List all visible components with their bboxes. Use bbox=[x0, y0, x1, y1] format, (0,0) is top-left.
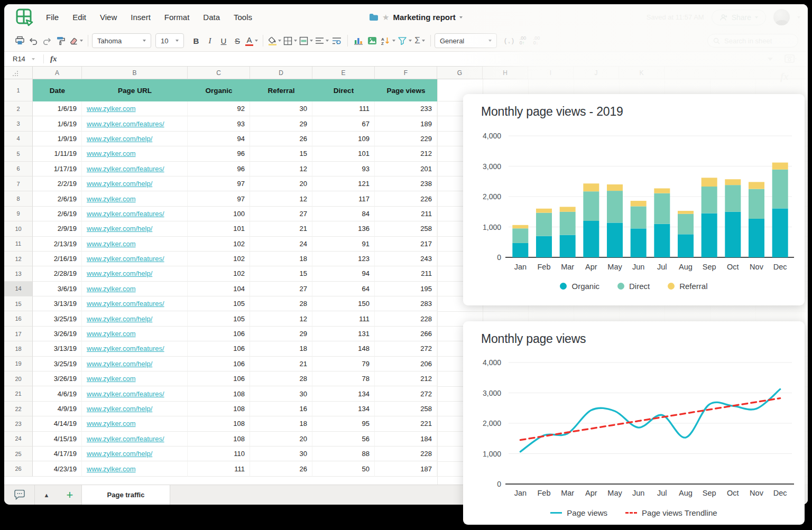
cell-value[interactable]: 1/9/19 bbox=[33, 132, 82, 146]
cell-value[interactable]: 110 bbox=[188, 447, 250, 461]
row-header-6[interactable]: 6 bbox=[4, 162, 33, 176]
cell-page-url[interactable]: www.zylker.com bbox=[82, 237, 188, 252]
page-url-link[interactable]: www.zylker.com/help/ bbox=[87, 315, 152, 323]
cell-value[interactable]: 217 bbox=[375, 237, 437, 252]
cell-value[interactable]: 30 bbox=[250, 101, 312, 116]
cell-value[interactable]: 88 bbox=[312, 447, 375, 461]
cell-value[interactable]: 226 bbox=[375, 191, 437, 206]
cell-value[interactable]: 148 bbox=[312, 341, 375, 356]
font-size-select[interactable]: 10 bbox=[155, 33, 184, 48]
header-cell-page-views[interactable]: Page views bbox=[375, 79, 437, 101]
row-header-12[interactable]: 12 bbox=[4, 252, 33, 266]
page-url-link[interactable]: www.zylker.com/features/ bbox=[87, 165, 164, 173]
cell-value[interactable]: 111 bbox=[312, 311, 375, 326]
row-header-5[interactable]: 5 bbox=[4, 146, 33, 161]
cell-value[interactable]: 102 bbox=[188, 252, 250, 266]
row-header-18[interactable]: 18 bbox=[4, 341, 33, 356]
cell-value[interactable]: 91 bbox=[312, 237, 375, 252]
fx-icon[interactable]: fx bbox=[43, 54, 63, 63]
sort-button[interactable]: AZ bbox=[379, 33, 396, 48]
cell-value[interactable]: 3/13/19 bbox=[33, 341, 82, 356]
column-header-C[interactable]: C bbox=[188, 67, 250, 79]
cell-value[interactable]: 121 bbox=[312, 176, 375, 191]
cell-value[interactable]: 1/6/19 bbox=[33, 101, 82, 116]
zoho-sheet-logo-icon[interactable] bbox=[15, 7, 34, 26]
column-header-A[interactable]: A bbox=[33, 67, 82, 79]
page-url-link[interactable]: www.zylker.com/features/ bbox=[87, 345, 164, 352]
cell-value[interactable]: 4/14/19 bbox=[33, 416, 82, 431]
row-header-13[interactable]: 13 bbox=[4, 266, 33, 281]
cell-value[interactable]: 20 bbox=[250, 432, 312, 447]
cell-value[interactable]: 108 bbox=[188, 386, 250, 401]
cell-value[interactable]: 18 bbox=[250, 341, 312, 356]
decrease-decimal-button[interactable]: .000↓ bbox=[530, 33, 543, 48]
cell-value[interactable]: 258 bbox=[375, 402, 437, 416]
clear-format-button[interactable] bbox=[68, 33, 84, 48]
cell-value[interactable]: 106 bbox=[188, 371, 250, 386]
cell-page-url[interactable]: www.zylker.com/features/ bbox=[82, 341, 188, 356]
cell-page-url[interactable]: www.zylker.com bbox=[82, 416, 188, 431]
row-header-1[interactable]: 1 bbox=[4, 79, 33, 101]
cell-value[interactable]: 105 bbox=[188, 311, 250, 326]
page-url-link[interactable]: www.zylker.com bbox=[87, 150, 135, 157]
column-header-I[interactable]: I bbox=[528, 67, 574, 79]
cell-value[interactable]: 106 bbox=[188, 341, 250, 356]
cell-value[interactable]: 30 bbox=[250, 447, 312, 461]
cell-value[interactable]: 104 bbox=[188, 282, 250, 296]
row-header-8[interactable]: 8 bbox=[4, 191, 33, 206]
cell-value[interactable]: 16 bbox=[250, 402, 312, 416]
cell-page-url[interactable]: www.zylker.com/features/ bbox=[82, 162, 188, 176]
cell-value[interactable]: 108 bbox=[188, 432, 250, 447]
cell-value[interactable]: 29 bbox=[250, 327, 312, 341]
cell-value[interactable]: 150 bbox=[312, 296, 375, 311]
cell-value[interactable]: 93 bbox=[188, 116, 250, 131]
italic-button[interactable]: I bbox=[203, 33, 217, 48]
cell-value[interactable]: 3/6/19 bbox=[33, 282, 82, 296]
cell-page-url[interactable]: www.zylker.com/help/ bbox=[82, 447, 188, 461]
folder-icon[interactable] bbox=[369, 13, 379, 21]
cell-value[interactable]: 2/6/19 bbox=[33, 191, 82, 206]
cell-value[interactable]: 29 bbox=[250, 116, 312, 131]
font-color-button[interactable]: A bbox=[244, 33, 259, 48]
cell-value[interactable]: 96 bbox=[188, 146, 250, 161]
cell-value[interactable]: 21 bbox=[250, 357, 312, 371]
cell-value[interactable]: 78 bbox=[312, 371, 375, 386]
page-url-link[interactable]: www.zylker.com bbox=[87, 375, 135, 383]
cell-value[interactable]: 108 bbox=[188, 416, 250, 431]
line-chart-card[interactable]: Monthly page views 01,0002,0003,0004,000… bbox=[463, 321, 805, 525]
search-input[interactable] bbox=[723, 36, 787, 45]
cell-value[interactable]: 28 bbox=[250, 371, 312, 386]
cell-value[interactable]: 2/28/19 bbox=[33, 266, 82, 281]
share-button[interactable]: Share bbox=[712, 10, 766, 25]
page-url-link[interactable]: www.zylker.com bbox=[87, 420, 135, 427]
column-header-B[interactable]: B bbox=[82, 67, 188, 79]
increase-decimal-button[interactable]: .000↑ bbox=[516, 33, 530, 48]
row-header-24[interactable]: 24 bbox=[4, 432, 33, 447]
cell-value[interactable]: 94 bbox=[188, 132, 250, 146]
row-header-4[interactable]: 4 bbox=[4, 132, 33, 146]
cell-value[interactable]: 12 bbox=[250, 191, 312, 206]
cell-value[interactable]: 211 bbox=[375, 207, 437, 221]
cell-value[interactable]: 84 bbox=[312, 207, 375, 221]
cell-page-url[interactable]: www.zylker.com/help/ bbox=[82, 221, 188, 236]
page-url-link[interactable]: www.zylker.com/help/ bbox=[87, 405, 152, 413]
page-url-link[interactable]: www.zylker.com/features/ bbox=[87, 210, 164, 218]
menu-view[interactable]: View bbox=[93, 13, 124, 22]
cell-value[interactable]: 189 bbox=[375, 116, 437, 131]
add-sheet-button[interactable]: + bbox=[58, 485, 81, 505]
cell-value[interactable]: 21 bbox=[250, 221, 312, 236]
bold-button[interactable]: B bbox=[189, 33, 203, 48]
page-url-link[interactable]: www.zylker.com bbox=[87, 285, 135, 293]
cell-value[interactable]: 97 bbox=[188, 176, 250, 191]
sheet-search[interactable] bbox=[707, 34, 798, 48]
cell-value[interactable]: 105 bbox=[188, 296, 250, 311]
row-header-19[interactable]: 19 bbox=[4, 357, 33, 371]
cell-page-url[interactable]: www.zylker.com/features/ bbox=[82, 116, 188, 131]
cell-value[interactable]: 101 bbox=[188, 221, 250, 236]
column-header-E[interactable]: E bbox=[312, 67, 375, 79]
cell-value[interactable]: 136 bbox=[312, 221, 375, 236]
cell-value[interactable]: 233 bbox=[375, 101, 437, 116]
menu-tools[interactable]: Tools bbox=[227, 13, 259, 22]
cell-value[interactable]: 1/17/19 bbox=[33, 162, 82, 176]
cell-value[interactable]: 102 bbox=[188, 237, 250, 252]
